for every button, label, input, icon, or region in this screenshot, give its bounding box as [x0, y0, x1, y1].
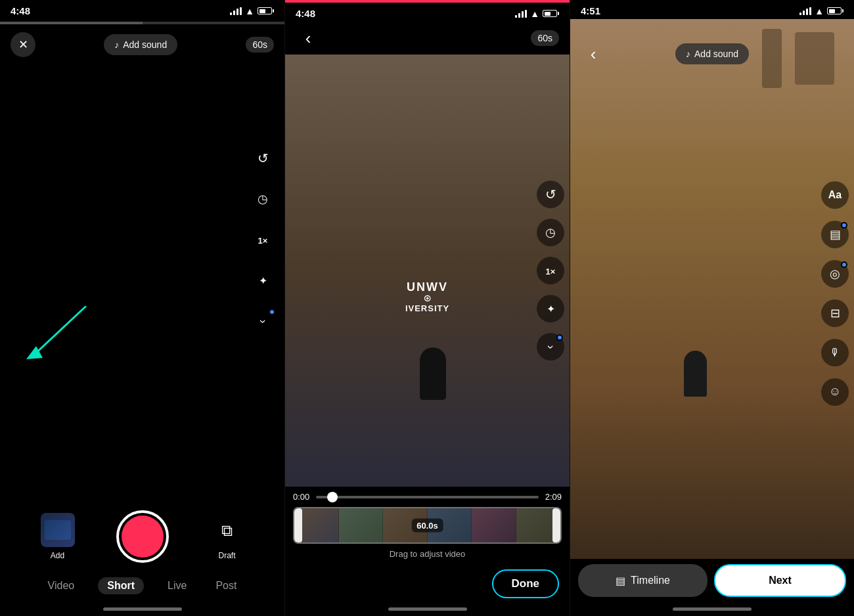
timer-icon-2 [545, 225, 556, 240]
thumbnail-preview [41, 513, 75, 547]
add-sound-button-1[interactable]: Add sound [104, 34, 177, 55]
speed-tool-button[interactable] [537, 257, 564, 284]
sticker-icon [829, 385, 841, 399]
next-button[interactable]: Next [714, 564, 846, 597]
mode-tab-video[interactable]: Video [43, 577, 80, 594]
back-button-3[interactable] [581, 41, 606, 66]
post-editor-tools [821, 181, 849, 406]
add-label: Add [51, 551, 64, 560]
post-video-preview: Add sound [570, 19, 854, 559]
back-button[interactable] [296, 26, 321, 51]
speed-button[interactable] [249, 226, 277, 253]
notification-dot-2 [556, 334, 563, 341]
text-aa-icon [828, 189, 842, 201]
draft-label: Draft [218, 551, 235, 560]
subtitles-tool-button[interactable] [821, 221, 849, 248]
add-sound-button-3[interactable]: Add sound [675, 43, 749, 64]
timeline-button[interactable]: Timeline [578, 564, 708, 597]
music-icon-3 [686, 49, 690, 59]
filmstrip-right-handle[interactable] [552, 508, 560, 542]
more-tools-button[interactable] [249, 307, 277, 335]
shirt-text: UNWV ⦿ IVERSITY [405, 280, 449, 313]
battery-icon-2 [543, 10, 559, 17]
flip-tool-button[interactable] [537, 181, 564, 208]
wifi-icon-3: ▲ [815, 6, 824, 16]
progress-fill-1 [0, 22, 143, 24]
caption-tool-button[interactable] [821, 299, 849, 327]
wifi-icon: ▲ [245, 6, 254, 16]
status-bar-1: 4:48 ▲ [0, 0, 284, 19]
video-preview: UNWV ⦿ IVERSITY [285, 55, 570, 487]
scrubber-thumb[interactable] [327, 492, 338, 502]
speed-icon [258, 233, 268, 247]
timer-tool-button[interactable] [537, 219, 564, 246]
time-row: 0:00 2:09 [293, 492, 562, 502]
status-icons-2: ▲ [515, 9, 559, 19]
editor-bottom-bar: Done [285, 565, 570, 605]
progress-bar-1[interactable] [0, 22, 284, 24]
back-icon [305, 28, 311, 49]
notification-dot [269, 309, 275, 315]
filmstrip-left-handle[interactable] [294, 508, 302, 542]
timeline-icon [616, 575, 625, 587]
home-indicator-3 [673, 607, 752, 611]
sticker-tool-button[interactable] [821, 378, 849, 406]
close-button[interactable] [11, 32, 35, 57]
battery-icon [258, 7, 274, 14]
mode-tabs: Video Short Live Post [0, 573, 284, 605]
capture-controls: Add Draft [0, 504, 284, 573]
camera-viewfinder [0, 62, 284, 497]
mode-tab-short[interactable]: Short [98, 577, 144, 594]
video-background: UNWV ⦿ IVERSITY [285, 55, 570, 487]
signal-icon [230, 7, 242, 15]
back-icon-3 [591, 44, 596, 64]
flip-icon [258, 150, 269, 166]
add-sound-label-3: Add sound [694, 49, 738, 59]
top-controls-1: Add sound 60s [0, 27, 284, 62]
record-button[interactable] [116, 510, 169, 563]
mode-tab-live[interactable]: Live [162, 577, 192, 594]
home-indicator-2 [388, 607, 467, 611]
record-button-inner [122, 516, 164, 558]
sparkle-icon-2 [547, 302, 555, 316]
flip-camera-button[interactable] [249, 144, 277, 172]
tool-notification-dot-1 [841, 222, 847, 229]
mode-tab-post[interactable]: Post [210, 577, 242, 594]
draft-button[interactable]: Draft [210, 513, 244, 560]
camera-controls: Add Draft Video Short Live [0, 497, 284, 616]
done-button[interactable]: Done [492, 569, 560, 598]
top-controls-2: 60s [285, 22, 570, 55]
duration-badge-2: 60s [531, 30, 559, 46]
more-tool-button[interactable] [537, 333, 564, 361]
top-controls-3: Add sound [570, 37, 854, 70]
caption-icon [830, 306, 840, 320]
arrow-annotation [13, 300, 92, 366]
time-display-1: 4:48 [11, 5, 30, 16]
refresh-icon-2 [545, 187, 556, 202]
close-icon [18, 37, 28, 52]
status-icons-3: ▲ [799, 6, 843, 16]
thumbnail-image [45, 520, 71, 540]
timer-button[interactable] [249, 185, 277, 213]
effects-tool-button[interactable] [537, 295, 564, 322]
post-action-buttons: Timeline Next [578, 564, 846, 597]
video-filmstrip[interactable]: 60.0s [293, 507, 562, 544]
post-screen: 4:51 ▲ [570, 0, 854, 616]
editor-tools [537, 181, 564, 361]
text-tool-button[interactable] [821, 181, 849, 209]
timeline-label: Timeline [631, 575, 670, 586]
mic-icon [830, 347, 840, 359]
post-bottom-bar: Timeline Next [570, 559, 854, 604]
add-from-gallery[interactable]: Add [41, 513, 75, 560]
signal-icon-3 [799, 7, 811, 15]
effects-button[interactable] [249, 267, 277, 294]
filmstrip-duration-badge: 60.0s [411, 519, 443, 533]
filter-tool-button[interactable] [821, 260, 849, 288]
drag-hint: Drag to adjust video [293, 544, 562, 563]
arrow-icon [13, 300, 92, 366]
subtitles-icon [830, 227, 841, 242]
status-icons-1: ▲ [230, 6, 274, 16]
mic-tool-button[interactable] [821, 339, 849, 366]
timeline-scrubber[interactable] [316, 496, 538, 498]
mic-stand [684, 351, 707, 397]
